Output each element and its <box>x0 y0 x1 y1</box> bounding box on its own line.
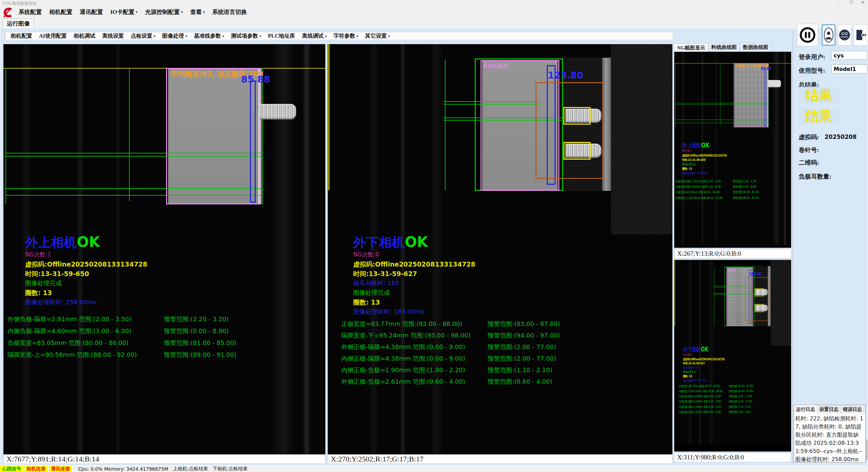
tab-count-label: 负极耳数量: <box>799 173 831 181</box>
preview1-cursor-coords: X:267;Y:13;R:0;G:0;B:0 <box>674 249 791 258</box>
tool-test-params[interactable]: 测试项参数▾ <box>228 33 265 40</box>
tool-offline-settings[interactable]: 离线设置 <box>99 33 127 40</box>
camera-result-title: 外下相机OK <box>353 234 428 251</box>
ai-detect-box-label: AI检测框 <box>483 62 509 71</box>
image-streak <box>430 44 443 454</box>
virtual-code: 虚拟码:Offline20250208133134728 <box>682 153 727 158</box>
users-group-icon <box>839 29 850 41</box>
capture-time: 时间:13-31-59-627 <box>683 362 705 366</box>
upper-ng-preview[interactable]: 平均阈值:93, 动态阈值:100 85.88 外上相机OK NG次数:1 虚拟… <box>674 52 791 248</box>
upper-cursor-coords: X:7677;Y:891;R:14;G:14;B:14 <box>3 454 325 464</box>
dropdown-arrow-icon: ▾ <box>185 34 187 38</box>
heartbeat-indicator: 心跳信号 <box>0 466 23 472</box>
tab-data-curve[interactable]: 数据曲线图 <box>740 43 772 52</box>
green-guide-line <box>129 68 130 201</box>
menu-system-config[interactable]: 系统配置 <box>15 7 46 17</box>
tool-baseline-params[interactable]: 基准线参数▾ <box>191 33 228 40</box>
tool-camera-debug[interactable]: 相机调试 <box>70 33 99 40</box>
minimize-button[interactable]: – <box>837 0 843 5</box>
tab-detect-box <box>563 107 591 125</box>
sidebar-divider <box>793 31 793 464</box>
log-scrollbar[interactable] <box>866 440 868 460</box>
image-streak <box>302 44 311 454</box>
upper-camera-check-status: 上相机:点检结束 <box>173 466 208 472</box>
tool-spot-check[interactable]: 点检设置▾ <box>127 33 159 40</box>
menu-light-control-config[interactable]: 光源控制配置▾ <box>141 7 186 17</box>
qr-label: 二维码: <box>799 159 819 167</box>
dropdown-arrow-icon: ▾ <box>357 34 358 38</box>
lower-cursor-coords: X:270;Y:2502;R:17;G:17;B:17 <box>328 454 672 464</box>
measurement-row: 隔膜宽度-下=95.24mm 范围:(93.00 - 98.00) 预警范围:(… <box>674 389 791 393</box>
green-guide-line <box>714 267 715 326</box>
measurement-row: 内侧正极-隔膜=4.38mm 范围:(0.00 - 9.00) 预警范围:(2.… <box>328 355 672 362</box>
user-group-button[interactable] <box>838 24 851 46</box>
green-guide-line <box>445 59 446 190</box>
pin-label: 卷针号: <box>799 146 819 154</box>
close-button[interactable]: ✕ <box>860 0 866 5</box>
maximize-button[interactable]: ☐ <box>848 0 854 5</box>
capture-time: 时间:13-31-59-650 <box>25 270 89 278</box>
menu-bar: 系统配置 相机配置 通讯配置 IO卡配置▾ 光源控制配置▾ 查看▾ 系统语言切换 <box>0 6 868 16</box>
lower-ng-preview[interactable]: AI检测框 123.80 外下相机OK NG次数:0 虚拟码:Offline20… <box>674 260 791 452</box>
virtual-code: 虚拟码:Offline20250208133134728 <box>683 357 725 361</box>
image-streak <box>709 260 714 445</box>
tab-run-image[interactable]: 运行图像 <box>3 19 34 28</box>
width-measure-label: 85.88 <box>241 74 270 85</box>
width-measure-label: 123.80 <box>548 70 583 80</box>
process-elapsed: 图像处理耗时: 258.00ms <box>25 298 96 306</box>
ng-count: NG次数:1 <box>682 149 692 153</box>
tab-error-log[interactable]: 错误日志 <box>841 405 864 414</box>
measurement-row: 外侧负极-隔膜=2.91mm 范围:(2.00 - 3.50) 预警范围:(2.… <box>3 315 325 323</box>
measurement-row: 外侧正极-负极=2.61mm 范围:(0.60 - 4.00) 预警范围:(0.… <box>328 378 672 385</box>
pause-button[interactable] <box>797 24 818 46</box>
loop-count: 圈数: 13 <box>353 298 380 307</box>
measurement-row: 正极宽度=83.77mm 范围:(82.00 - 88.00) 预警范围:(83… <box>328 320 672 327</box>
green-guide-line <box>675 63 675 127</box>
menu-language-switch[interactable]: 系统语言切换 <box>209 7 251 17</box>
tab-settings-log[interactable]: 设置日志 <box>817 405 841 414</box>
tool-image-processing[interactable]: 图像处理▾ <box>159 33 191 40</box>
status-bar: 心跳信号 相机连接 通讯连接 Cpu: 0.0% Memory: 3424.41… <box>0 466 868 472</box>
camera-result-title: 外上相机OK <box>682 141 709 149</box>
menu-view[interactable]: 查看▾ <box>186 7 209 17</box>
process-done: 图像处理完成 <box>25 279 62 287</box>
toolbar-grip[interactable] <box>4 33 6 39</box>
tool-plc-address[interactable]: PLC地址库 <box>265 33 299 40</box>
green-guide-line <box>714 287 747 287</box>
preview2-cursor-coords: X:311;Y:980;R:0;G:0;B:0 <box>674 453 791 462</box>
green-guide-line <box>714 286 747 286</box>
tool-char-params[interactable]: 字符参数▾ <box>330 33 362 40</box>
vcode-label: 虚拟码: <box>799 133 819 141</box>
menu-camera-config[interactable]: 相机配置 <box>46 7 76 17</box>
upper-camera-panel[interactable]: 平均阈值:93, 动态阈值:100 85.88 外上相机OK NG次数:1 虚拟… <box>3 44 325 454</box>
tab-ng-screenshot[interactable]: NG截图显示 <box>674 43 708 52</box>
logout-button[interactable] <box>853 24 868 46</box>
login-user-input[interactable] <box>831 51 867 60</box>
lower-camera-panel[interactable]: AI检测框 123.80 外下相机OK NG次数:0 虚拟码:Offline20… <box>328 44 672 454</box>
green-guide-line <box>675 103 768 103</box>
orange-roi-box <box>536 82 603 179</box>
detect-roi-box <box>166 68 261 204</box>
single-user-button[interactable] <box>822 24 835 46</box>
green-guide-line <box>675 105 768 105</box>
ng-count: NG次数:0 <box>353 251 379 258</box>
yellow-guide-line <box>328 44 329 190</box>
measurement-row: 外侧正极-负极=2.61mm 范围:(0.60 - 4.00) 预警范围:(0.… <box>674 410 791 414</box>
measurement-row: 负极宽度=83.05mm 范围:(80.00 - 86.00) 预警范围:(81… <box>3 339 325 346</box>
dropdown-arrow-icon: ▾ <box>136 10 138 14</box>
tool-offline-debug[interactable]: 离线调试▾ <box>299 33 330 40</box>
ai-elapsed: 极耳AI耗时: 165 <box>353 279 399 287</box>
tab-metal-blob <box>767 80 781 88</box>
tab-line-curve[interactable]: 料线曲线图 <box>708 43 740 52</box>
menu-io-card-config[interactable]: IO卡配置▾ <box>107 7 141 17</box>
lower-preview-content: AI检测框 123.80 外下相机OK NG次数:0 虚拟码:Offline20… <box>674 260 791 452</box>
tool-camera-config[interactable]: 相机配置 <box>7 33 36 40</box>
tool-other-settings[interactable]: 其它设置▾ <box>362 33 393 40</box>
dropdown-arrow-icon: ▾ <box>325 34 327 38</box>
model-input[interactable] <box>831 65 867 73</box>
tool-ai-config[interactable]: AI使用配置 <box>36 33 70 40</box>
menu-comm-config[interactable]: 通讯配置 <box>76 7 107 17</box>
dropdown-arrow-icon: ▾ <box>154 34 156 38</box>
tab-run-log[interactable]: 运行日志 <box>794 405 817 414</box>
process-done: 图像处理完成 <box>353 289 390 297</box>
